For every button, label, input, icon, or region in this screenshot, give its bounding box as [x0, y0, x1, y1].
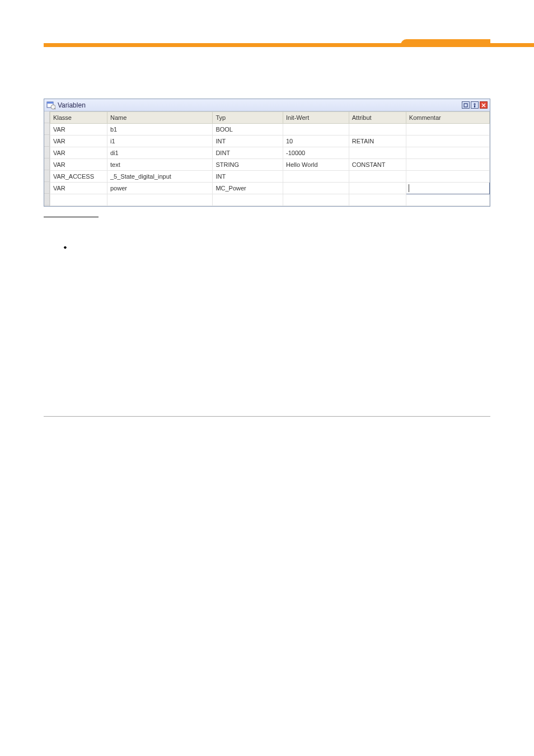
cell-komm-editing[interactable]: [406, 183, 489, 194]
header-orange-rule: [0, 39, 534, 47]
cell-init[interactable]: Hello World: [283, 159, 349, 171]
cell-typ[interactable]: DINT: [213, 147, 283, 159]
window-icon: [46, 101, 55, 110]
svg-rect-4: [464, 104, 467, 107]
svg-line-3: [55, 108, 56, 109]
cell-attr[interactable]: [349, 171, 406, 183]
cell-empty[interactable]: [50, 194, 107, 206]
table-row[interactable]: VAR i1 INT 10 RETAIN: [50, 136, 489, 147]
cell-klasse[interactable]: VAR: [50, 136, 107, 147]
table-header-row: Klasse Name Typ Init-Wert Attribut Komme…: [50, 112, 489, 124]
cell-name[interactable]: text: [107, 159, 212, 171]
cell-empty[interactable]: [349, 194, 406, 206]
cell-attr[interactable]: RETAIN: [349, 136, 406, 147]
cell-init[interactable]: [283, 171, 349, 183]
cell-name[interactable]: di1: [107, 147, 212, 159]
cell-komm[interactable]: [406, 147, 489, 159]
cell-name[interactable]: power: [107, 183, 212, 194]
cell-typ[interactable]: BOOL: [213, 124, 283, 136]
cell-klasse[interactable]: VAR: [50, 159, 107, 171]
col-header-komm[interactable]: Kommentar: [406, 112, 489, 124]
close-button[interactable]: [480, 101, 488, 109]
cell-typ[interactable]: INT: [213, 171, 283, 183]
cell-attr[interactable]: [349, 147, 406, 159]
cell-empty[interactable]: [213, 194, 283, 206]
cell-attr[interactable]: [349, 183, 406, 194]
cell-name[interactable]: b1: [107, 124, 212, 136]
window-titlebar[interactable]: Variablen: [44, 99, 490, 111]
cell-attr[interactable]: [349, 124, 406, 136]
cell-attr[interactable]: CONSTANT: [349, 159, 406, 171]
cell-klasse[interactable]: VAR_ACCESS: [50, 171, 107, 183]
cell-komm[interactable]: [406, 171, 489, 183]
cell-typ[interactable]: STRING: [213, 159, 283, 171]
col-header-typ[interactable]: Typ: [213, 112, 283, 124]
cell-init[interactable]: 10: [283, 136, 349, 147]
table-row[interactable]: VAR b1 BOOL: [50, 124, 489, 136]
figure-caption: [44, 217, 99, 225]
cell-typ[interactable]: INT: [213, 136, 283, 147]
cell-name[interactable]: i1: [107, 136, 212, 147]
cell-komm[interactable]: [406, 124, 489, 136]
cell-empty[interactable]: [107, 194, 212, 206]
cell-komm[interactable]: [406, 159, 489, 171]
col-header-init[interactable]: Init-Wert: [283, 112, 349, 124]
row-gutter: [44, 111, 50, 206]
table-row[interactable]: VAR power MC_Power: [50, 183, 489, 194]
cell-empty[interactable]: [283, 194, 349, 206]
svg-rect-1: [47, 102, 53, 104]
table-row[interactable]: VAR text STRING Hello World CONSTANT: [50, 159, 489, 171]
cell-typ[interactable]: MC_Power: [213, 183, 283, 194]
cell-init[interactable]: [283, 124, 349, 136]
pin-button[interactable]: [471, 101, 479, 109]
page-footer: [44, 416, 490, 421]
cell-init[interactable]: -10000: [283, 147, 349, 159]
cell-name[interactable]: _5_State_digital_input: [107, 171, 212, 183]
col-header-name[interactable]: Name: [107, 112, 212, 124]
cell-komm[interactable]: [406, 136, 489, 147]
variablen-window: Variablen K: [44, 99, 490, 207]
cell-empty[interactable]: [406, 194, 489, 206]
table-row-empty[interactable]: [50, 194, 489, 206]
cell-klasse[interactable]: VAR: [50, 183, 107, 194]
table-row[interactable]: VAR_ACCESS _5_State_digital_input INT: [50, 171, 489, 183]
col-header-klasse[interactable]: Klasse: [50, 112, 107, 124]
grid-wrap: Klasse Name Typ Init-Wert Attribut Komme…: [44, 111, 490, 206]
cell-klasse[interactable]: VAR: [50, 147, 107, 159]
table-row[interactable]: VAR di1 DINT -10000: [50, 147, 489, 159]
cell-klasse[interactable]: VAR: [50, 124, 107, 136]
window-title: Variablen: [58, 101, 86, 109]
orange-rule-thick: [401, 39, 490, 47]
variables-table[interactable]: Klasse Name Typ Init-Wert Attribut Komme…: [50, 111, 490, 206]
col-header-attr[interactable]: Attribut: [349, 112, 406, 124]
cell-init[interactable]: [283, 183, 349, 194]
minimize-button[interactable]: [462, 101, 470, 109]
